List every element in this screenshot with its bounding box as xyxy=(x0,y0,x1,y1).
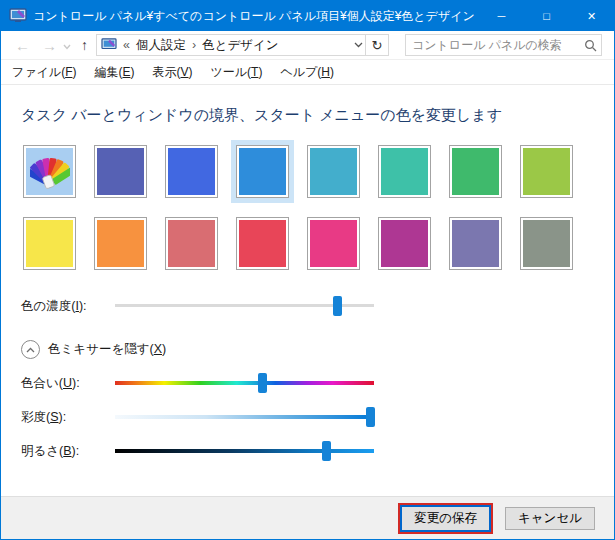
navigation-bar: ← → ↑ « 個人設定 › 色とデザイン ↻ xyxy=(1,31,614,60)
color-swatch-r2-c7[interactable] xyxy=(449,217,502,270)
color-swatch-r1-c3[interactable] xyxy=(165,145,218,198)
hue-slider-thumb[interactable] xyxy=(258,373,267,393)
breadcrumb-personal-settings[interactable]: 個人設定 xyxy=(132,37,190,54)
breadcrumb-collapsed[interactable]: « xyxy=(121,38,132,52)
saturation-label: 彩度(S): xyxy=(21,409,115,426)
close-button[interactable]: ✕ xyxy=(569,1,614,31)
intensity-row: 色の濃度(I): xyxy=(21,296,594,316)
color-swatch-r2-c6[interactable] xyxy=(378,217,431,270)
control-panel-window: コントロール パネル¥すべてのコントロール パネル項目¥個人設定¥色とデザイン … xyxy=(0,0,615,540)
intensity-slider[interactable] xyxy=(115,296,374,316)
color-swatch-r2-c4[interactable] xyxy=(236,217,289,270)
search-input[interactable] xyxy=(412,38,584,52)
menu-help[interactable]: ヘルプ(H) xyxy=(271,60,343,84)
chevron-up-icon[interactable] xyxy=(21,340,40,359)
up-button[interactable]: ↑ xyxy=(73,37,96,53)
swatch-row-2 xyxy=(23,217,594,270)
search-icon[interactable] xyxy=(584,39,597,52)
saturation-slider-track[interactable] xyxy=(115,415,374,419)
address-dropdown-chevron-icon[interactable] xyxy=(354,42,363,48)
color-swatch-r1-c2[interactable] xyxy=(94,145,147,198)
breadcrumb-separator: › xyxy=(190,38,198,52)
color-swatch-r2-c8[interactable] xyxy=(520,217,573,270)
brightness-slider[interactable] xyxy=(115,441,374,461)
page-title: タスク バーとウィンドウの境界、スタート メニューの色を変更します xyxy=(21,106,594,125)
swatch-row-1 xyxy=(23,145,594,198)
forward-icon[interactable]: → xyxy=(36,37,63,54)
color-swatch-r1-c8[interactable] xyxy=(520,145,573,198)
color-mixer-toggle-label[interactable]: 色ミキサーを隠す(X) xyxy=(48,341,166,358)
hue-row: 色合い(U): xyxy=(21,373,594,393)
saturation-row: 彩度(S): xyxy=(21,407,594,427)
color-swatch-r1-c6[interactable] xyxy=(378,145,431,198)
back-icon[interactable]: ← xyxy=(9,37,36,54)
intensity-slider-thumb[interactable] xyxy=(333,296,342,316)
color-fan-icon xyxy=(30,154,70,190)
menu-file[interactable]: ファイル(F) xyxy=(3,60,85,84)
color-swatch-r2-c3[interactable] xyxy=(165,217,218,270)
brightness-slider-thumb[interactable] xyxy=(322,441,331,461)
window-title: コントロール パネル¥すべてのコントロール パネル項目¥個人設定¥色とデザイン xyxy=(33,8,479,25)
maximize-button[interactable]: □ xyxy=(524,1,569,31)
color-swatch-r2-c5[interactable] xyxy=(307,217,360,270)
menu-tools[interactable]: ツール(T) xyxy=(202,60,272,84)
saturation-slider-thumb[interactable] xyxy=(366,407,375,427)
menu-view[interactable]: 表示(V) xyxy=(143,60,201,84)
main-content: タスク バーとウィンドウの境界、スタート メニューの色を変更します 色の濃度(I… xyxy=(1,85,614,496)
search-box[interactable] xyxy=(405,34,602,56)
minimize-button[interactable]: ─ xyxy=(479,1,524,31)
save-button[interactable]: 変更の保存 xyxy=(400,505,491,532)
personalization-icon xyxy=(101,38,117,52)
address-bar[interactable]: « 個人設定 › 色とデザイン xyxy=(96,34,366,56)
hue-slider[interactable] xyxy=(115,373,374,393)
refresh-button[interactable]: ↻ xyxy=(366,34,389,56)
brightness-row: 明るさ(B): xyxy=(21,441,594,461)
color-swatch-r2-c1[interactable] xyxy=(23,217,76,270)
color-swatch-r2-c2[interactable] xyxy=(94,217,147,270)
app-icon xyxy=(9,8,27,24)
menu-bar: ファイル(F) 編集(E) 表示(V) ツール(T) ヘルプ(H) xyxy=(1,60,614,85)
color-swatch-r1-c4[interactable] xyxy=(236,145,289,198)
breadcrumb-color-appearance[interactable]: 色とデザイン xyxy=(198,37,282,54)
brightness-label: 明るさ(B): xyxy=(21,443,115,460)
color-mixer-toggle[interactable]: 色ミキサーを隠す(X) xyxy=(21,340,594,359)
hue-label: 色合い(U): xyxy=(21,375,115,392)
footer: 変更の保存 キャンセル xyxy=(1,496,614,539)
recent-pages-chevron-icon[interactable] xyxy=(63,44,71,50)
hue-slider-track[interactable] xyxy=(115,381,374,385)
titlebar: コントロール パネル¥すべてのコントロール パネル項目¥個人設定¥色とデザイン … xyxy=(1,1,614,31)
brightness-slider-track[interactable] xyxy=(115,449,374,453)
swatch-automatic[interactable] xyxy=(23,145,76,198)
save-button-annotation-highlight: 変更の保存 xyxy=(398,503,493,534)
color-swatch-r1-c5[interactable] xyxy=(307,145,360,198)
cancel-button[interactable]: キャンセル xyxy=(505,507,595,530)
color-swatch-r1-c7[interactable] xyxy=(449,145,502,198)
menu-edit[interactable]: 編集(E) xyxy=(85,60,143,84)
intensity-label: 色の濃度(I): xyxy=(21,298,115,315)
saturation-slider[interactable] xyxy=(115,407,374,427)
